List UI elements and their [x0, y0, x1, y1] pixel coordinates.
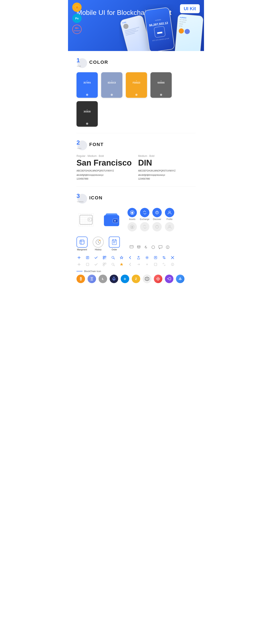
color-section-header: 1 ONE COLOR: [76, 58, 196, 67]
font-din: Medium · Bold DIN ABCDEFGHIJKLMNOPQRSTUV…: [138, 154, 196, 180]
star-active-icon: [119, 262, 124, 267]
svg-rect-39: [80, 240, 84, 244]
star-icon: [119, 255, 124, 260]
zcash-coin: Z: [132, 274, 140, 283]
info-icon: [165, 245, 170, 250]
svg-point-60: [168, 246, 168, 247]
polygon-coin: [165, 274, 174, 283]
svg-point-55: [137, 246, 140, 247]
exchange-icon-item: Exchange: [140, 208, 149, 220]
color-swatches: #3574FA #8DA0C8 #F5A623 #666666 #303030: [76, 72, 196, 127]
crypto-coins-row: ₿ Ξ Ł D Z: [76, 274, 196, 283]
assets-icon-item: Assets: [128, 208, 137, 220]
svg-rect-89: [103, 263, 104, 264]
blockchain-label: BlockChain Icon: [76, 270, 196, 272]
misc-icon-row-1: [129, 245, 170, 250]
svg-rect-90: [105, 263, 106, 264]
settings-ghost-icon: [144, 262, 150, 267]
svg-rect-72: [104, 258, 104, 259]
share-ghost-icon: [136, 262, 141, 267]
svg-rect-20: [88, 218, 92, 221]
order-icon: [109, 236, 120, 248]
svg-point-25: [114, 220, 116, 222]
svg-point-38: [169, 225, 170, 227]
plus-icon: [76, 255, 82, 260]
svg-rect-47: [112, 240, 116, 245]
svg-point-21: [89, 219, 90, 220]
svg-point-37: [157, 226, 158, 226]
swatch-orange: #F5A623: [126, 72, 147, 98]
comment-icon: [158, 245, 163, 250]
section-number-2: 2 TWO: [76, 140, 86, 150]
svg-point-100: [172, 264, 173, 264]
info-ghost-icon: [170, 262, 175, 267]
iota-coin: [143, 274, 151, 283]
icon-main-row: Assets Exchange Discover Profile: [76, 208, 196, 232]
svg-line-44: [98, 242, 99, 243]
svg-line-93: [114, 265, 114, 266]
svg-point-107: [158, 278, 159, 280]
named-icons-grid: Assets Exchange Discover Profile: [128, 208, 174, 232]
discover-icon-item: Discover: [152, 208, 162, 220]
profile-icon: [165, 208, 174, 217]
font-section-header: 2 TWO FONT: [76, 140, 196, 150]
sketch-badge: [72, 2, 82, 12]
litecoin-coin: Ł: [98, 274, 107, 283]
assets-ghost-icon-item: [128, 222, 137, 232]
svg-point-56: [152, 246, 155, 249]
misc-icon-group: [129, 245, 170, 251]
svg-rect-70: [104, 256, 104, 257]
hero-section: Mobile UI for Blockchain Wallet UI Kit P…: [68, 0, 204, 51]
swap-ghost-icon: [162, 262, 166, 267]
profile-ghost-icon: [165, 222, 174, 232]
phone-mockups: Profile myWallet $6,297,502.12 ▬ BTC ETH…: [119, 4, 204, 51]
exchange-icon: [140, 208, 150, 217]
close-icon: [170, 255, 175, 260]
upload-icon: [153, 255, 158, 260]
plus-ghost-icon: [76, 262, 82, 267]
bitcoin-coin: ₿: [76, 274, 85, 283]
svg-rect-71: [105, 256, 106, 257]
exchange-ghost-icon: [140, 222, 150, 232]
history-icon: ✦: [93, 236, 104, 248]
section-number-3: 3 THREE: [76, 193, 86, 203]
ethereum-coin: Ξ: [88, 274, 96, 283]
color-section: 1 ONE COLOR #3574FA #8DA0C8 #F5A623 #666…: [68, 51, 204, 133]
management-icon: [76, 236, 88, 248]
profile-ghost-icon-item: [165, 222, 174, 232]
svg-line-76: [114, 258, 114, 259]
assets-ghost-icon: [128, 222, 137, 232]
svg-point-33: [169, 211, 170, 213]
share-icon: [136, 255, 141, 260]
circle-icon: [151, 245, 156, 250]
swap-icon: [162, 255, 166, 260]
edit-icon: [85, 255, 90, 260]
check-icon: [94, 255, 98, 260]
qr-ghost-icon: [102, 262, 107, 267]
settings-icon: [144, 255, 150, 260]
icon-section: 3 THREE ICON: [68, 186, 204, 290]
icon-section-header: 3 THREE ICON: [76, 193, 196, 203]
search-icon: [110, 255, 116, 260]
wallet-solid-icon: [102, 211, 121, 228]
order-icon-item: Order: [109, 236, 120, 251]
history-icon-item: ✦ History: [93, 236, 104, 251]
exchange-ghost-icon-item: [140, 222, 149, 232]
dash-coin: D: [121, 274, 129, 283]
matic-coin: [176, 274, 184, 283]
svg-rect-57: [159, 246, 162, 248]
assets-icon: [128, 208, 137, 217]
swatch-gray: #666666: [150, 72, 172, 98]
blockchain-line: [76, 271, 82, 272]
search-ghost-icon: [110, 262, 116, 267]
screens-badge: 60+Screens: [72, 25, 82, 34]
ark-coin: [154, 274, 162, 283]
check-ghost-icon: [94, 262, 98, 267]
svg-marker-77: [120, 256, 123, 259]
svg-rect-91: [103, 264, 104, 266]
svg-marker-35: [131, 226, 134, 228]
svg-rect-51: [112, 240, 114, 240]
svg-point-96: [146, 264, 148, 265]
ps-badge: Ps: [72, 14, 82, 23]
section-number-1: 1 ONE: [76, 58, 86, 67]
